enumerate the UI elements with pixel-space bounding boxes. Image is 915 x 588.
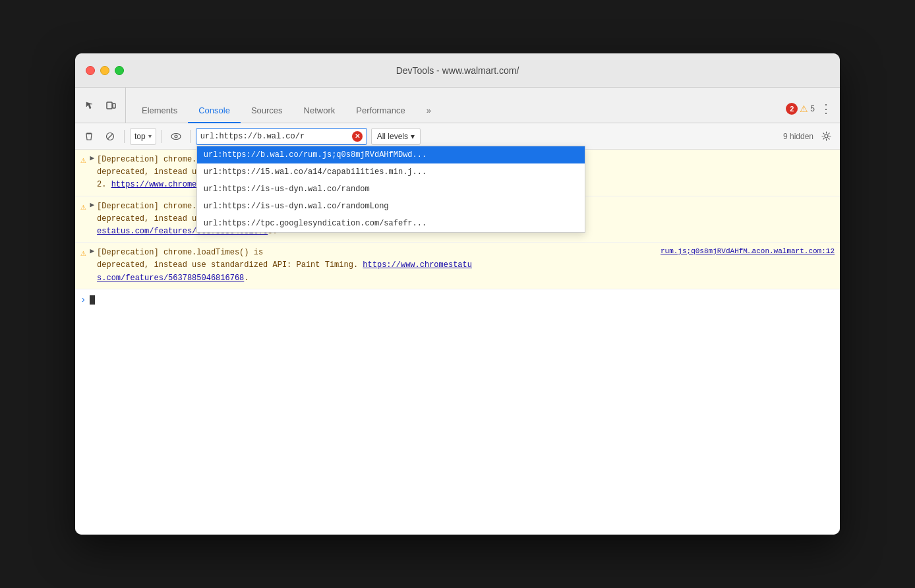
expand-arrow-1[interactable]: ▶ bbox=[90, 154, 94, 162]
tabs-right-controls: 2 ⚠ 5 ⋮ bbox=[786, 99, 835, 123]
autocomplete-item-3[interactable]: url:https://is-us-dyn.wal.co/randomLong bbox=[197, 198, 585, 215]
tabs-list: Elements Console Sources Network Perform… bbox=[131, 88, 786, 123]
tab-elements[interactable]: Elements bbox=[131, 98, 188, 123]
maximize-button[interactable] bbox=[115, 66, 124, 75]
message-content-3: [Deprecation] chrome.loadTimes() is depr… bbox=[97, 247, 661, 285]
svg-point-4 bbox=[171, 133, 181, 139]
warning-icon-3: ⚠ bbox=[80, 247, 86, 258]
chromestatus-link-3b[interactable]: s.com/features/5637885046816768 bbox=[97, 274, 244, 283]
device-toolbar-icon[interactable] bbox=[102, 96, 120, 115]
console-prompt: › bbox=[75, 289, 840, 310]
title-bar: DevTools - www.walmart.com/ bbox=[75, 53, 840, 88]
warning-icon: ⚠ bbox=[800, 103, 808, 114]
error-badge-group: 2 ⚠ 5 bbox=[786, 103, 815, 115]
levels-arrow-icon: ▾ bbox=[411, 132, 415, 141]
devtools-icons bbox=[80, 88, 126, 123]
expand-arrow-2[interactable]: ▶ bbox=[90, 200, 94, 209]
context-select-arrow-icon: ▾ bbox=[148, 132, 152, 140]
warning-icon-2: ⚠ bbox=[80, 201, 86, 212]
filter-input[interactable] bbox=[200, 132, 349, 141]
devtools-window: DevTools - www.walmart.com/ Elements Con bbox=[75, 53, 840, 535]
tab-more[interactable]: » bbox=[416, 98, 442, 123]
message-source-3[interactable]: rum.js;q0s8mjRVdAHfM…acon.walmart.com:12 bbox=[661, 247, 835, 255]
warning-icon-1: ⚠ bbox=[80, 154, 86, 165]
autocomplete-item-4[interactable]: url:https://tpc.googlesyndication.com/sa… bbox=[197, 215, 585, 232]
minimize-button[interactable] bbox=[100, 66, 109, 75]
tab-network[interactable]: Network bbox=[293, 98, 346, 123]
prompt-cursor[interactable] bbox=[90, 295, 95, 305]
autocomplete-item-1[interactable]: url:https://i5.wal.co/a14/capabilities.m… bbox=[197, 163, 585, 181]
chromestatus-link-3a[interactable]: https://www.chromestatu bbox=[363, 260, 472, 270]
tabs-bar: Elements Console Sources Network Perform… bbox=[75, 88, 840, 123]
svg-rect-1 bbox=[113, 103, 115, 108]
tab-console[interactable]: Console bbox=[188, 98, 241, 123]
autocomplete-item-2[interactable]: url:https://is-us-dyn.wal.co/random bbox=[197, 181, 585, 198]
filter-clear-button[interactable]: ✕ bbox=[352, 131, 363, 142]
filter-input-wrapper: ✕ url:https://b.wal.co/rum.js;q0s8mjRVdA… bbox=[196, 128, 367, 145]
console-toolbar: top ▾ ✕ url:https://b.wal.co/rum.js;q0s8… bbox=[75, 123, 840, 150]
autocomplete-dropdown: url:https://b.wal.co/rum.js;q0s8mjRVdAHf… bbox=[196, 146, 585, 233]
log-levels-button[interactable]: All levels ▾ bbox=[371, 128, 421, 145]
prompt-arrow-icon: › bbox=[80, 295, 86, 305]
autocomplete-item-0[interactable]: url:https://b.wal.co/rum.js;q0s8mjRVdAHf… bbox=[197, 146, 585, 163]
toolbar-divider-2 bbox=[162, 130, 162, 143]
toolbar-divider-3 bbox=[190, 130, 191, 143]
clear-console-button[interactable] bbox=[80, 128, 98, 145]
traffic-lights bbox=[86, 66, 124, 75]
more-options-button[interactable]: ⋮ bbox=[817, 99, 835, 119]
block-icon[interactable] bbox=[102, 128, 119, 145]
hidden-count-label: 9 hidden bbox=[783, 132, 813, 141]
svg-rect-0 bbox=[107, 102, 112, 109]
inspect-element-icon[interactable] bbox=[80, 96, 99, 115]
error-count-badge[interactable]: 2 bbox=[786, 103, 798, 115]
context-select[interactable]: top ▾ bbox=[130, 128, 156, 145]
svg-line-3 bbox=[107, 134, 113, 139]
svg-point-5 bbox=[175, 135, 177, 138]
close-button[interactable] bbox=[86, 66, 95, 75]
console-settings-button[interactable] bbox=[817, 128, 835, 145]
svg-point-6 bbox=[825, 134, 828, 138]
window-title: DevTools - www.walmart.com/ bbox=[396, 65, 519, 76]
toolbar-divider-1 bbox=[124, 130, 125, 143]
expand-arrow-3[interactable]: ▶ bbox=[90, 247, 94, 255]
tab-sources[interactable]: Sources bbox=[241, 98, 293, 123]
warning-count: 5 bbox=[810, 104, 815, 113]
tab-performance[interactable]: Performance bbox=[345, 98, 415, 123]
live-expressions-button[interactable] bbox=[167, 128, 185, 145]
console-message-3: ⚠ ▶ [Deprecation] chrome.loadTimes() is … bbox=[75, 243, 840, 289]
